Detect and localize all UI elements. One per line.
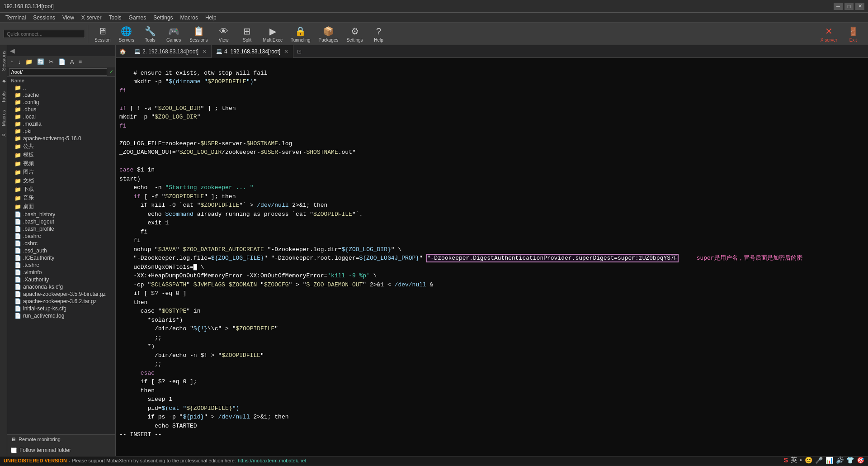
menu-tools[interactable]: Tools (105, 14, 125, 22)
quick-connect-input[interactable] (4, 30, 85, 38)
sidebar-tab-favorites[interactable]: ★ (0, 75, 7, 88)
tree-item-dbus[interactable]: 📁.dbus (7, 106, 115, 113)
multiexec-button[interactable]: ▶ MultiExec (259, 24, 286, 43)
tree-item-tcshrc[interactable]: 📄.tcshrc (7, 262, 115, 269)
tree-item-viminfo[interactable]: 📄.viminfo (7, 269, 115, 276)
status-icon-7: 🎯 (857, 456, 864, 464)
tree-item-pki[interactable]: 📁.pki (7, 128, 115, 135)
tree-item-videos[interactable]: 📁视频 (7, 159, 115, 168)
fp-up-button[interactable]: ↑ (9, 57, 15, 66)
tree-item-activemq[interactable]: 📁apache-activemq-5.16.0 (7, 135, 115, 142)
tab-home-icon: 🏠 (116, 48, 130, 55)
games-button[interactable]: 🎮 Games (162, 24, 185, 43)
sidebar-tab-macros[interactable]: Macros (0, 106, 7, 130)
servers-button[interactable]: 🌐 Servers (115, 24, 138, 43)
fp-refresh-button[interactable]: 🔄 (35, 57, 46, 66)
tree-item-zookeeper362[interactable]: 📄apache-zookeeper-3.6.2.tar.gz (7, 298, 115, 305)
path-input[interactable] (9, 68, 107, 76)
tree-item-downloads[interactable]: 📁下载 (7, 185, 115, 194)
menu-view[interactable]: View (59, 14, 78, 22)
tree-item-label: .Xauthority (23, 276, 49, 283)
tree-item-xauthority[interactable]: 📄.Xauthority (7, 276, 115, 283)
split-button[interactable]: ⊞ Split (236, 24, 259, 43)
fp-down-button[interactable]: ↓ (16, 57, 23, 66)
packages-button[interactable]: 📦 Packages (315, 24, 342, 43)
tree-item-label: .dbus (23, 106, 36, 113)
help-button[interactable]: ? Help (368, 24, 390, 43)
tree-item-esd-auth[interactable]: 📄.esd_auth (7, 247, 115, 254)
collapse-panel-button[interactable]: ◀ (7, 45, 115, 56)
session-button[interactable]: 🖥 Session (91, 24, 114, 43)
status-icon-5: 🔊 (836, 456, 844, 464)
menu-settings[interactable]: Settings (150, 14, 176, 22)
servers-icon: 🌐 (120, 25, 133, 38)
status-bar: UNREGISTERED VERSION - Please support Mo… (0, 456, 868, 465)
tree-item-bashrc[interactable]: 📄.bashrc (7, 233, 115, 240)
tree-item-label: 公共 (23, 143, 34, 150)
sidebar-tab-x[interactable]: X (0, 130, 7, 140)
tree-item-bash-logout[interactable]: 📄.bash_logout (7, 218, 115, 225)
tree-item-bash-profile[interactable]: 📄.bash_profile (7, 225, 115, 233)
tree-item-label: apache-zookeeper-3.6.2.tar.gz (23, 298, 97, 304)
settings-button[interactable]: ⚙ Settings (343, 24, 366, 43)
minimize-button[interactable]: ─ (834, 3, 843, 10)
tree-item-initial-setup[interactable]: 📄initial-setup-ks.cfg (7, 305, 115, 312)
tree-item-mozilla[interactable]: 📁.mozilla (7, 120, 115, 128)
xserver-label: X server (821, 38, 837, 43)
tree-item-bash-history[interactable]: 📄.bash_history (7, 211, 115, 218)
close-button[interactable]: ✕ (855, 3, 864, 10)
tools-button[interactable]: 🔧 Tools (139, 24, 161, 43)
tab-1-label: 2. 192.168.83.134[root] (142, 48, 198, 55)
view-button[interactable]: 👁 View (212, 24, 235, 43)
exit-button[interactable]: 🚪 Exit (842, 24, 864, 43)
tree-item-music[interactable]: 📁音乐 (7, 194, 115, 202)
maximize-button[interactable]: □ (844, 3, 854, 10)
tree-item-ice-authority[interactable]: 📄.ICEauthority (7, 254, 115, 262)
fp-delete-button[interactable]: ✂ (47, 57, 56, 66)
fp-copy-button[interactable]: 📄 (57, 57, 67, 66)
remote-monitoring-button[interactable]: 🖥 Remote monitoring (7, 434, 115, 444)
tree-item-pictures[interactable]: 📁图片 (7, 168, 115, 176)
tree-item-cache[interactable]: 📁.cache (7, 91, 115, 99)
menu-macros[interactable]: Macros (177, 14, 202, 22)
tree-item-desktop[interactable]: 📁桌面 (7, 202, 115, 211)
tab-2-close[interactable]: ✕ (284, 48, 288, 55)
view-label: View (219, 38, 229, 43)
tree-item-label: .cshrc (23, 240, 38, 247)
tunneling-button[interactable]: 🔒 Tunneling (287, 24, 314, 43)
menu-xserver[interactable]: X server (78, 14, 105, 22)
menu-terminal[interactable]: Terminal (2, 14, 29, 22)
fp-new-folder-button[interactable]: 📁 (24, 57, 34, 66)
menu-help[interactable]: Help (202, 14, 220, 22)
tree-item-parent[interactable]: 📁.. (7, 84, 115, 91)
fp-rename-button[interactable]: A (68, 57, 76, 66)
toolbar: 🖥 Session 🌐 Servers 🔧 Tools 🎮 Games 📋 Se… (0, 23, 868, 45)
fp-view-button[interactable]: ≡ (77, 57, 84, 66)
tree-item-config[interactable]: 📁.config (7, 99, 115, 106)
sidebar-tab-tools[interactable]: Tools (0, 88, 7, 107)
follow-folder-checkbox[interactable] (11, 447, 17, 453)
sessions-button[interactable]: 📋 Sessions (186, 24, 212, 43)
tree-item-cshrc[interactable]: 📄.cshrc (7, 240, 115, 247)
tree-item-local[interactable]: 📁.local (7, 113, 115, 120)
tree-item-run-activemq[interactable]: 📄run_activemq.log (7, 312, 115, 319)
tree-item-zookeeper359[interactable]: 📄apache-zookeeper-3.5.9-bin.tar.gz (7, 290, 115, 298)
sessions-label: Sessions (189, 38, 208, 43)
tree-item-documents[interactable]: 📁文档 (7, 176, 115, 185)
tab-1[interactable]: 💻 2. 192.168.83.134[root] ✕ (130, 45, 212, 58)
tree-item-templates[interactable]: 📁模板 (7, 151, 115, 159)
tree-item-public[interactable]: 📁公共 (7, 142, 115, 151)
path-bar: ✓ (7, 67, 115, 77)
tab-1-close[interactable]: ✕ (202, 48, 207, 55)
path-confirm-button[interactable]: ✓ (109, 69, 113, 75)
mobatek-link[interactable]: https://mobaxterm.mobatek.net (238, 458, 307, 463)
tree-item-anaconda-ks[interactable]: 📄anaconda-ks.cfg (7, 283, 115, 290)
tab-add-button[interactable]: ⊡ (293, 48, 305, 55)
terminal-output[interactable]: # ensure it exists, otw stop will fail m… (116, 58, 868, 456)
menu-games[interactable]: Games (125, 14, 150, 22)
xserver-button[interactable]: ✕ X server (817, 24, 841, 43)
sidebar-tab-sessions[interactable]: Sessions (0, 47, 7, 75)
tab-2[interactable]: 💻 4. 192.168.83.134[root] ✕ (212, 45, 293, 58)
window-controls[interactable]: ─ □ ✕ (834, 3, 864, 10)
menu-sessions[interactable]: Sessions (29, 14, 59, 22)
